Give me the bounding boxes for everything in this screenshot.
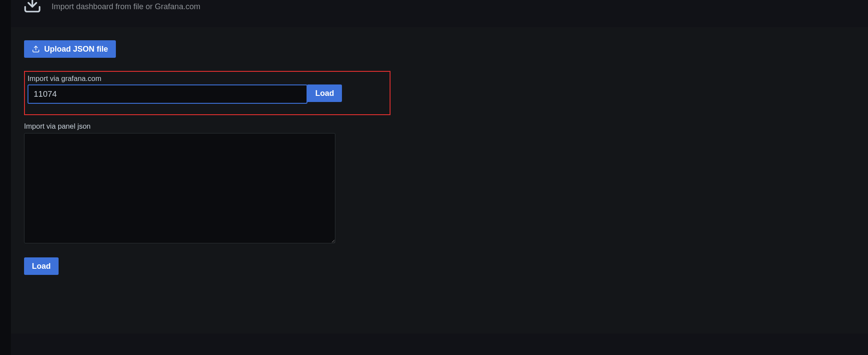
grafana-import-label: Import via grafana.com (28, 74, 387, 83)
upload-json-label: Upload JSON file (44, 45, 108, 54)
grafana-id-input[interactable] (28, 84, 307, 104)
panel-json-textarea[interactable] (24, 133, 335, 243)
panel-json-label: Import via panel json (24, 122, 335, 130)
page-subtitle: Import dashboard from file or Grafana.co… (52, 2, 200, 11)
upload-json-button[interactable]: Upload JSON file (24, 40, 116, 58)
upload-icon (32, 45, 40, 53)
import-form-panel: Upload JSON file Import via grafana.com … (11, 27, 868, 334)
grafana-load-button[interactable]: Load (307, 84, 342, 102)
grafana-import-highlight: Import via grafana.com Load (24, 71, 390, 115)
left-nav-strip (0, 0, 11, 355)
load-button[interactable]: Load (24, 257, 59, 275)
import-icon (22, 0, 43, 15)
page-header: Import dashboard from file or Grafana.co… (22, 0, 200, 18)
